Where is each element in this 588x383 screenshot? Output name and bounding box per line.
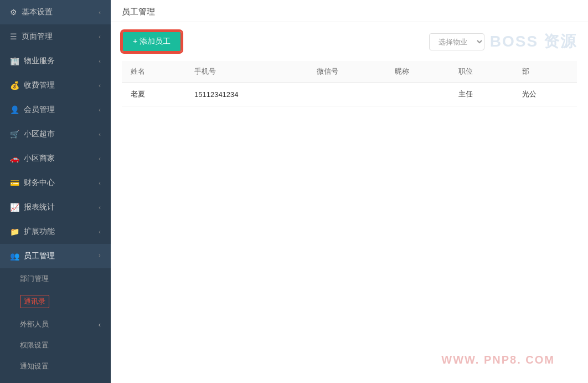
finance-icon: 💳 bbox=[10, 178, 19, 187]
main-content: 员工管理 + 添加员工 选择物业 BOSS 资源 姓名 手机号 微信号 bbox=[111, 0, 588, 383]
sidebar-item-extend-function[interactable]: 📁 扩展功能 ‹ bbox=[0, 219, 111, 244]
staff-icon: 👥 bbox=[10, 252, 19, 261]
subitem-label: 外部人员 bbox=[20, 319, 49, 329]
cell-phone: 15112341234 bbox=[185, 83, 308, 106]
col-name: 姓名 bbox=[122, 61, 185, 83]
col-wechat: 微信号 bbox=[308, 61, 386, 83]
page-icon: ☰ bbox=[10, 32, 17, 41]
chevron-right-icon: ‹ bbox=[99, 9, 101, 16]
page-title: 员工管理 bbox=[122, 7, 155, 17]
sidebar-item-label: 小区商家 bbox=[24, 154, 55, 164]
sidebar-subitem-notification-settings[interactable]: 通知设置 bbox=[0, 356, 111, 377]
sidebar-item-finance-center[interactable]: 💳 财务中心 ‹ bbox=[0, 171, 111, 195]
chevron-right-icon: ‹ bbox=[99, 155, 101, 162]
cell-nickname bbox=[386, 83, 450, 106]
cell-position: 主任 bbox=[450, 83, 513, 106]
cell-dept: 光公 bbox=[513, 83, 577, 106]
sidebar-item-member-management[interactable]: 👤 会员管理 ‹ bbox=[0, 98, 111, 122]
chevron-right-icon: ‹ bbox=[99, 106, 101, 113]
sidebar-item-label: 基本设置 bbox=[22, 7, 53, 17]
sidebar-item-staff-management[interactable]: 👥 员工管理 ‹ bbox=[0, 244, 111, 268]
subitem-label: 通知设置 bbox=[20, 361, 49, 371]
table-header-row: 姓名 手机号 微信号 昵称 职位 部 bbox=[122, 61, 577, 83]
sidebar-item-label: 员工管理 bbox=[24, 251, 55, 261]
cell-name: 老夏 bbox=[122, 83, 185, 106]
gear-icon: ⚙ bbox=[10, 8, 17, 17]
sidebar-item-community-market[interactable]: 🛒 小区超市 ‹ bbox=[0, 122, 111, 146]
sidebar-item-label: 财务中心 bbox=[24, 178, 55, 188]
sidebar-item-label: 页面管理 bbox=[22, 32, 53, 42]
chevron-right-icon: ‹ bbox=[99, 33, 101, 40]
chevron-right-icon: ‹ bbox=[99, 131, 101, 137]
sidebar-item-report-stats[interactable]: 📈 报表统计 ‹ bbox=[0, 195, 111, 219]
sidebar-item-community-merchant[interactable]: 🚗 小区商家 ‹ bbox=[0, 146, 111, 171]
subitem-label: 部门管理 bbox=[20, 274, 49, 284]
content-wrapper: + 添加员工 选择物业 BOSS 资源 姓名 手机号 微信号 昵称 职位 bbox=[111, 22, 588, 244]
page-header: 员工管理 bbox=[111, 0, 588, 22]
sidebar-item-label: 收费管理 bbox=[24, 80, 55, 90]
sidebar-item-basic-settings[interactable]: ⚙ 基本设置 ‹ bbox=[0, 0, 111, 24]
sidebar: ⚙ 基本设置 ‹ ☰ 页面管理 ‹ 🏢 物业服务 ‹ 💰 收费管理 ‹ 👤 会员… bbox=[0, 0, 111, 383]
staff-table: 姓名 手机号 微信号 昵称 职位 部 老夏 15112341234 主任 bbox=[122, 61, 577, 106]
col-nickname: 昵称 bbox=[386, 61, 450, 83]
col-phone: 手机号 bbox=[185, 61, 308, 83]
sidebar-subitem-dept-management[interactable]: 部门管理 bbox=[0, 268, 111, 289]
fee-icon: 💰 bbox=[10, 81, 19, 90]
sidebar-item-page-management[interactable]: ☰ 页面管理 ‹ bbox=[0, 24, 111, 49]
table-row: 老夏 15112341234 主任 光公 bbox=[122, 83, 577, 106]
content-area: 员工管理 + 添加员工 选择物业 BOSS 资源 姓名 手机号 微信号 bbox=[111, 0, 588, 383]
chevron-right-icon: ‹ bbox=[99, 180, 101, 186]
cell-wechat bbox=[308, 83, 386, 106]
sidebar-subitem-permission-settings[interactable]: 权限设置 bbox=[0, 335, 111, 356]
chevron-down-icon: ‹ bbox=[99, 253, 101, 259]
sidebar-item-label: 会员管理 bbox=[24, 105, 55, 115]
merchant-icon: 🚗 bbox=[10, 154, 19, 163]
sidebar-subitem-external-staff[interactable]: 外部人员 ‹ bbox=[0, 314, 111, 335]
sidebar-item-label: 扩展功能 bbox=[24, 227, 55, 237]
sidebar-item-label: 报表统计 bbox=[24, 202, 55, 212]
chevron-right-icon: ‹ bbox=[99, 82, 101, 89]
chevron-right-icon: ‹ bbox=[99, 204, 101, 211]
toolbar: + 添加员工 选择物业 BOSS 资源 bbox=[122, 31, 577, 52]
chevron-right-icon: ‹ bbox=[99, 58, 101, 64]
sidebar-item-label: 物业服务 bbox=[24, 56, 55, 66]
member-icon: 👤 bbox=[10, 105, 19, 114]
subitem-label: 通讯录 bbox=[20, 295, 49, 308]
folder-icon: 📁 bbox=[10, 227, 19, 236]
chevron-right-icon: ‹ bbox=[99, 320, 101, 329]
property-icon: 🏢 bbox=[10, 57, 19, 65]
col-position: 职位 bbox=[450, 61, 513, 83]
right-toolbar: 选择物业 BOSS 资源 bbox=[429, 31, 577, 52]
subitem-label: 权限设置 bbox=[20, 340, 49, 350]
sidebar-item-fee-management[interactable]: 💰 收费管理 ‹ bbox=[0, 73, 111, 98]
chart-icon: 📈 bbox=[10, 203, 19, 212]
add-staff-button[interactable]: + 添加员工 bbox=[122, 31, 182, 52]
property-select[interactable]: 选择物业 bbox=[429, 33, 484, 50]
sidebar-item-property-service[interactable]: 🏢 物业服务 ‹ bbox=[0, 49, 111, 73]
boss-watermark: BOSS 资源 bbox=[490, 31, 577, 52]
cart-icon: 🛒 bbox=[10, 130, 19, 139]
col-dept: 部 bbox=[513, 61, 577, 83]
sidebar-item-label: 小区超市 bbox=[24, 129, 55, 139]
chevron-right-icon: ‹ bbox=[99, 228, 101, 235]
sidebar-subitem-contacts[interactable]: 通讯录 bbox=[0, 289, 111, 314]
